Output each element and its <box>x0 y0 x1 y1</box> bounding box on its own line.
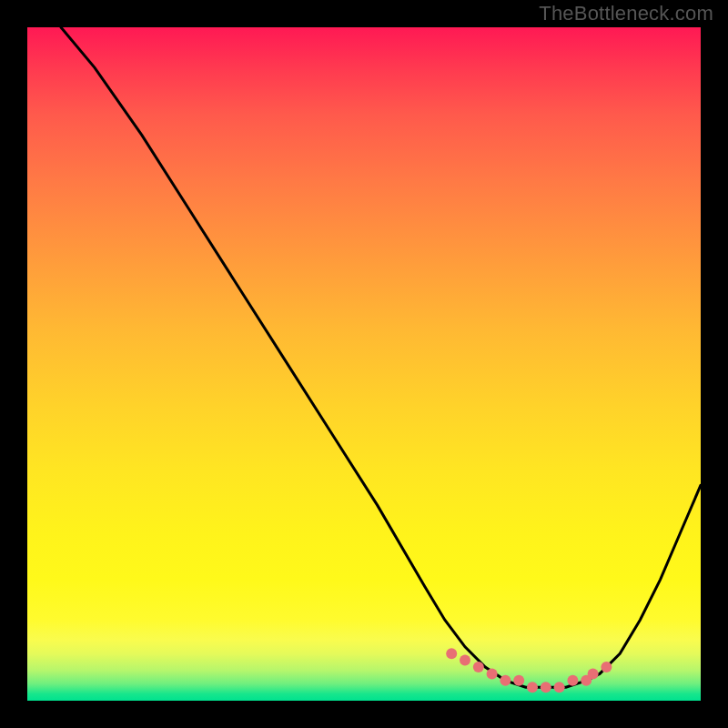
chart-frame: TheBottleneck.com <box>0 0 728 728</box>
highlight-dot <box>567 675 578 686</box>
plot-area <box>27 27 701 701</box>
highlight-dot <box>513 675 524 686</box>
highlight-dot <box>460 655 470 666</box>
highlight-dot <box>554 682 565 693</box>
highlight-dot <box>500 675 511 686</box>
highlight-dot <box>527 682 538 693</box>
highlight-dot <box>487 668 498 679</box>
watermark-text: TheBottleneck.com <box>539 2 713 25</box>
highlight-dot <box>473 662 484 672</box>
highlight-dots-group <box>446 648 612 693</box>
highlight-dot <box>541 682 551 693</box>
bottleneck-curve-svg <box>27 27 701 701</box>
bottleneck-curve-path <box>61 27 701 687</box>
highlight-dot <box>588 668 599 679</box>
highlight-dot <box>601 662 612 672</box>
highlight-dot <box>446 648 457 659</box>
